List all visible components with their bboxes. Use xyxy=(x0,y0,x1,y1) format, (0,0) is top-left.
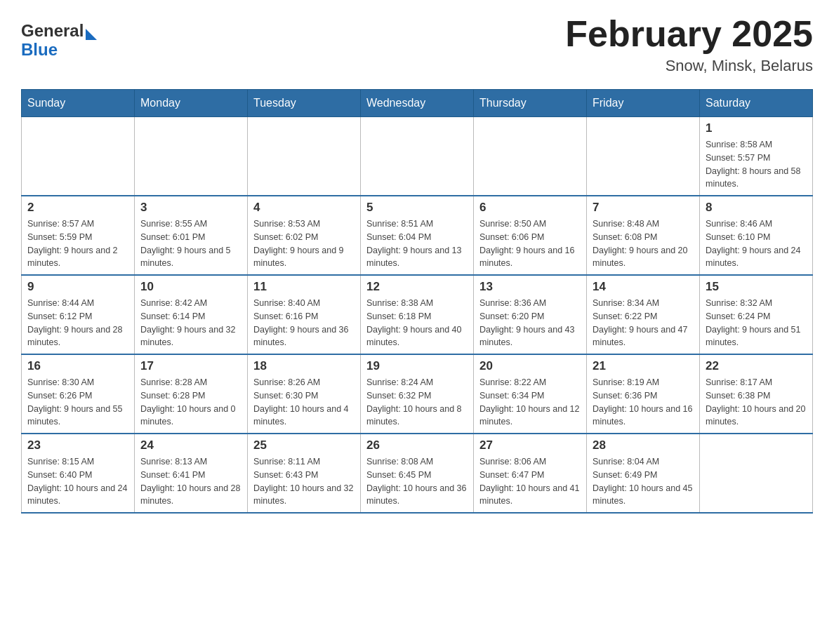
calendar-cell: 17Sunrise: 8:28 AM Sunset: 6:28 PM Dayli… xyxy=(135,354,248,434)
day-number: 6 xyxy=(479,201,581,215)
day-number: 18 xyxy=(253,359,355,373)
logo: General Blue xyxy=(21,21,133,60)
logo-general-text: General xyxy=(21,21,84,41)
calendar-week-1: 1Sunrise: 8:58 AM Sunset: 5:57 PM Daylig… xyxy=(22,117,813,196)
day-info: Sunrise: 8:06 AM Sunset: 6:47 PM Dayligh… xyxy=(479,455,581,508)
day-info: Sunrise: 8:26 AM Sunset: 6:30 PM Dayligh… xyxy=(253,376,355,429)
calendar-cell: 14Sunrise: 8:34 AM Sunset: 6:22 PM Dayli… xyxy=(587,275,700,354)
calendar-cell: 22Sunrise: 8:17 AM Sunset: 6:38 PM Dayli… xyxy=(700,354,813,434)
title-block: February 2025 Snow, Minsk, Belarus xyxy=(565,14,813,75)
day-info: Sunrise: 8:28 AM Sunset: 6:28 PM Dayligh… xyxy=(140,376,241,429)
day-number: 23 xyxy=(27,438,128,452)
calendar-cell: 26Sunrise: 8:08 AM Sunset: 6:45 PM Dayli… xyxy=(361,434,474,513)
day-number: 28 xyxy=(593,438,694,452)
day-number: 7 xyxy=(593,201,694,215)
calendar-cell xyxy=(587,117,700,196)
weekday-header-saturday: Saturday xyxy=(700,90,813,117)
day-info: Sunrise: 8:58 AM Sunset: 5:57 PM Dayligh… xyxy=(706,138,807,191)
calendar-cell: 6Sunrise: 8:50 AM Sunset: 6:06 PM Daylig… xyxy=(474,196,587,275)
calendar-cell: 23Sunrise: 8:15 AM Sunset: 6:40 PM Dayli… xyxy=(22,434,135,513)
calendar-cell: 8Sunrise: 8:46 AM Sunset: 6:10 PM Daylig… xyxy=(700,196,813,275)
day-info: Sunrise: 8:44 AM Sunset: 6:12 PM Dayligh… xyxy=(27,297,128,349)
calendar-body: 1Sunrise: 8:58 AM Sunset: 5:57 PM Daylig… xyxy=(22,117,813,514)
calendar-cell: 1Sunrise: 8:58 AM Sunset: 5:57 PM Daylig… xyxy=(700,117,813,196)
day-number: 8 xyxy=(706,201,807,215)
day-info: Sunrise: 8:08 AM Sunset: 6:45 PM Dayligh… xyxy=(366,455,468,508)
day-info: Sunrise: 8:04 AM Sunset: 6:49 PM Dayligh… xyxy=(593,455,694,508)
day-number: 5 xyxy=(366,201,468,215)
calendar-cell: 28Sunrise: 8:04 AM Sunset: 6:49 PM Dayli… xyxy=(587,434,700,513)
day-number: 13 xyxy=(479,280,581,294)
calendar-cell: 2Sunrise: 8:57 AM Sunset: 5:59 PM Daylig… xyxy=(22,196,135,275)
weekday-header-thursday: Thursday xyxy=(474,90,587,117)
calendar-week-5: 23Sunrise: 8:15 AM Sunset: 6:40 PM Dayli… xyxy=(22,434,813,513)
weekday-header-monday: Monday xyxy=(135,90,248,117)
day-info: Sunrise: 8:24 AM Sunset: 6:32 PM Dayligh… xyxy=(366,376,468,429)
calendar-cell: 25Sunrise: 8:11 AM Sunset: 6:43 PM Dayli… xyxy=(248,434,361,513)
day-number: 19 xyxy=(366,359,468,373)
calendar-cell: 5Sunrise: 8:51 AM Sunset: 6:04 PM Daylig… xyxy=(361,196,474,275)
page-header: General Blue February 2025 Snow, Minsk, … xyxy=(21,14,813,75)
day-info: Sunrise: 8:40 AM Sunset: 6:16 PM Dayligh… xyxy=(253,297,355,349)
calendar-header: SundayMondayTuesdayWednesdayThursdayFrid… xyxy=(22,90,813,117)
day-info: Sunrise: 8:50 AM Sunset: 6:06 PM Dayligh… xyxy=(479,217,581,270)
calendar-cell: 20Sunrise: 8:22 AM Sunset: 6:34 PM Dayli… xyxy=(474,354,587,434)
day-info: Sunrise: 8:53 AM Sunset: 6:02 PM Dayligh… xyxy=(253,217,355,270)
calendar-cell xyxy=(700,434,813,513)
day-number: 4 xyxy=(253,201,355,215)
day-info: Sunrise: 8:55 AM Sunset: 6:01 PM Dayligh… xyxy=(140,217,241,270)
day-number: 1 xyxy=(706,121,807,135)
calendar-cell xyxy=(135,117,248,196)
day-number: 17 xyxy=(140,359,241,373)
weekday-header-friday: Friday xyxy=(587,90,700,117)
calendar-cell: 7Sunrise: 8:48 AM Sunset: 6:08 PM Daylig… xyxy=(587,196,700,275)
calendar-cell xyxy=(474,117,587,196)
weekday-header-row: SundayMondayTuesdayWednesdayThursdayFrid… xyxy=(22,90,813,117)
calendar-cell xyxy=(248,117,361,196)
day-info: Sunrise: 8:13 AM Sunset: 6:41 PM Dayligh… xyxy=(140,455,241,508)
day-number: 21 xyxy=(593,359,694,373)
day-info: Sunrise: 8:38 AM Sunset: 6:18 PM Dayligh… xyxy=(366,297,468,349)
calendar-week-2: 2Sunrise: 8:57 AM Sunset: 5:59 PM Daylig… xyxy=(22,196,813,275)
calendar-cell xyxy=(22,117,135,196)
calendar-cell: 9Sunrise: 8:44 AM Sunset: 6:12 PM Daylig… xyxy=(22,275,135,354)
day-number: 25 xyxy=(253,438,355,452)
calendar-cell: 24Sunrise: 8:13 AM Sunset: 6:41 PM Dayli… xyxy=(135,434,248,513)
day-number: 14 xyxy=(593,280,694,294)
day-info: Sunrise: 8:42 AM Sunset: 6:14 PM Dayligh… xyxy=(140,297,241,349)
calendar-table: SundayMondayTuesdayWednesdayThursdayFrid… xyxy=(21,89,813,514)
day-number: 12 xyxy=(366,280,468,294)
calendar-cell: 12Sunrise: 8:38 AM Sunset: 6:18 PM Dayli… xyxy=(361,275,474,354)
day-info: Sunrise: 8:11 AM Sunset: 6:43 PM Dayligh… xyxy=(253,455,355,508)
calendar-cell: 13Sunrise: 8:36 AM Sunset: 6:20 PM Dayli… xyxy=(474,275,587,354)
day-number: 16 xyxy=(27,359,128,373)
calendar-cell: 10Sunrise: 8:42 AM Sunset: 6:14 PM Dayli… xyxy=(135,275,248,354)
weekday-header-tuesday: Tuesday xyxy=(248,90,361,117)
day-info: Sunrise: 8:36 AM Sunset: 6:20 PM Dayligh… xyxy=(479,297,581,349)
day-number: 9 xyxy=(27,280,128,294)
day-info: Sunrise: 8:17 AM Sunset: 6:38 PM Dayligh… xyxy=(706,376,807,429)
day-info: Sunrise: 8:46 AM Sunset: 6:10 PM Dayligh… xyxy=(706,217,807,270)
day-number: 22 xyxy=(706,359,807,373)
day-number: 3 xyxy=(140,201,241,215)
day-number: 24 xyxy=(140,438,241,452)
day-info: Sunrise: 8:22 AM Sunset: 6:34 PM Dayligh… xyxy=(479,376,581,429)
calendar-cell: 16Sunrise: 8:30 AM Sunset: 6:26 PM Dayli… xyxy=(22,354,135,434)
logo-blue-text: Blue xyxy=(21,40,133,60)
calendar-cell: 11Sunrise: 8:40 AM Sunset: 6:16 PM Dayli… xyxy=(248,275,361,354)
day-number: 15 xyxy=(706,280,807,294)
calendar-cell: 27Sunrise: 8:06 AM Sunset: 6:47 PM Dayli… xyxy=(474,434,587,513)
day-info: Sunrise: 8:57 AM Sunset: 5:59 PM Dayligh… xyxy=(27,217,128,270)
calendar-cell: 4Sunrise: 8:53 AM Sunset: 6:02 PM Daylig… xyxy=(248,196,361,275)
day-number: 11 xyxy=(253,280,355,294)
day-info: Sunrise: 8:32 AM Sunset: 6:24 PM Dayligh… xyxy=(706,297,807,349)
day-info: Sunrise: 8:34 AM Sunset: 6:22 PM Dayligh… xyxy=(593,297,694,349)
day-info: Sunrise: 8:48 AM Sunset: 6:08 PM Dayligh… xyxy=(593,217,694,270)
day-info: Sunrise: 8:15 AM Sunset: 6:40 PM Dayligh… xyxy=(27,455,128,508)
day-info: Sunrise: 8:51 AM Sunset: 6:04 PM Dayligh… xyxy=(366,217,468,270)
weekday-header-wednesday: Wednesday xyxy=(361,90,474,117)
day-number: 26 xyxy=(366,438,468,452)
day-number: 20 xyxy=(479,359,581,373)
logo-triangle-icon xyxy=(86,29,97,40)
calendar-cell: 15Sunrise: 8:32 AM Sunset: 6:24 PM Dayli… xyxy=(700,275,813,354)
